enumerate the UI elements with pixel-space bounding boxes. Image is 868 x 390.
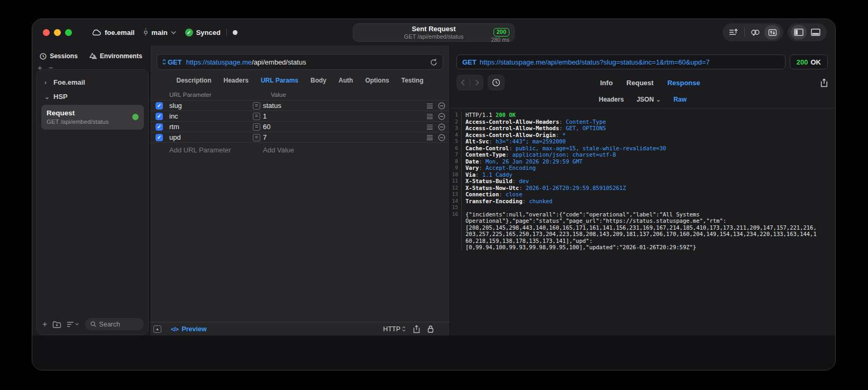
close-window-button[interactable] [43,29,50,36]
new-folder-button[interactable] [52,321,61,328]
equals-icon: = [253,113,260,120]
remove-param-button[interactable] [438,113,445,120]
param-row-actions [426,113,445,120]
sync-label: Synced [196,29,221,37]
param-name-field[interactable]: rtm [169,123,253,131]
response-code-view: 1HTTP/1.1 200 OK2Access-Control-Allow-He… [450,108,835,335]
remove-param-button[interactable] [438,123,445,131]
response-code-line: 16{"incidents":null,"overall":{"code":"o… [450,211,835,218]
share-request-button[interactable] [413,325,420,333]
status-dot[interactable] [233,30,237,35]
history-back-button[interactable] [461,79,465,86]
tree-item-foe-email[interactable]: › Foe.email [40,75,145,89]
tab-request[interactable]: Request [626,79,653,87]
add-param-value-field[interactable]: Add Value [263,146,294,154]
tree-item-label: HSP [53,93,68,101]
response-code-line: 11X-Status-Build: dev [450,178,835,185]
param-value-field[interactable]: status [263,102,426,110]
drag-handle-icon[interactable] [426,124,433,130]
subtab-json[interactable]: JSON⌄ [636,96,661,103]
link-button[interactable] [747,25,763,40]
tab-options[interactable]: Options [365,77,389,84]
response-code-line: 7Content-Type: application/json; charset… [450,151,835,158]
add-param-name-field[interactable]: Add URL Parameter [169,146,263,154]
minimize-window-button[interactable] [54,29,61,36]
param-value-field[interactable]: 60 [263,123,426,131]
search-input[interactable]: Search [85,318,144,330]
tab-headers[interactable]: Headers [224,77,249,84]
transfers-button[interactable] [764,25,780,40]
param-checkbox[interactable]: ✓ [156,123,163,131]
tab-environments[interactable]: Environments [89,52,142,60]
request-queue-button[interactable] [726,25,742,40]
tab-body[interactable]: Body [310,77,326,84]
column-header-value: Value [271,92,286,98]
sent-request-pill[interactable]: Sent Request GET /api/embed/status 200 2… [353,23,515,42]
tab-info[interactable]: Info [600,79,613,87]
code-text: Operational"},"page":"status","page_url"… [462,217,726,224]
branch-chip[interactable]: main [143,28,176,37]
lock-icon[interactable] [427,325,434,333]
line-number: 12 [450,185,462,192]
param-name-field[interactable]: slug [169,102,253,110]
drag-handle-icon[interactable] [426,103,433,108]
resend-request-button[interactable] [430,58,437,66]
param-checkbox[interactable]: ✓ [156,113,163,120]
zoom-window-button[interactable] [65,29,72,36]
code-text: [208,205,145,298,443,140,160,165,171,161… [462,224,817,231]
code-text: Alt-Svc: h3=":443"; ma=2592000 [462,138,566,145]
response-code-line: 15 [450,204,835,211]
param-checkbox[interactable]: ✓ [156,134,163,141]
tree-item-hsp[interactable]: ⌄ HSP [40,89,145,104]
preview-button[interactable]: </> Preview [171,325,207,333]
toggle-bottom-panel-button[interactable] [808,25,824,40]
param-checkbox[interactable]: ✓ [156,102,163,110]
subtab-raw[interactable]: Raw [673,96,687,103]
response-code-line: 10Via: 1.1 Caddy [450,171,835,178]
response-code-line: 13Connection: close [450,191,835,198]
line-number [450,224,462,231]
param-row: ✓slug=status [150,101,450,111]
subtab-headers[interactable]: Headers [599,96,624,103]
collapse-panel-button[interactable]: ▲ [153,325,161,333]
param-row-actions [426,134,445,141]
request-url-field[interactable]: GET https://statuspage.me/api/embed/stat… [157,54,443,70]
add-request-button[interactable]: + [42,320,47,329]
export-response-button[interactable] [820,78,828,87]
param-value-field[interactable]: 7 [263,133,426,141]
response-code-line: 14Transfer-Encoding: chunked [450,198,835,205]
sync-status-chip[interactable]: ✓ Synced [185,29,221,37]
code-text: Cache-Control: public, max-age=15, stale… [462,145,666,152]
request-method: GET [168,58,182,66]
drag-handle-icon[interactable] [426,114,433,119]
param-name-field[interactable]: upd [169,133,253,141]
protocol-selector[interactable]: HTTP [383,325,406,333]
response-subtabs: HeadersJSON⌄Raw [450,90,835,108]
param-value-field[interactable]: 1 [263,112,426,120]
tab-auth[interactable]: Auth [339,77,353,84]
request-list-item-selected[interactable]: Request GET /api/embed/status [41,105,144,130]
response-method: GET [462,58,477,66]
remove-param-button[interactable] [438,134,445,141]
history-forward-button[interactable] [475,79,479,86]
tab-description[interactable]: Description [177,77,212,84]
preview-label: Preview [181,325,206,333]
history-clock-button[interactable] [488,75,505,90]
sidebar: Sessions Environments + − › Foe.email [32,46,150,335]
param-name-field[interactable]: inc [169,112,253,120]
tab-sessions[interactable]: Sessions [40,52,78,60]
chevron-right-icon: › [44,79,50,86]
tab-testing[interactable]: Testing [401,77,424,84]
remove-param-button[interactable] [438,102,445,110]
toggle-sidebar-button[interactable] [791,25,807,40]
response-tabs: InfoRequestResponse [600,79,700,87]
tab-response[interactable]: Response [668,79,700,87]
subtab-label: Raw [673,96,687,103]
window-controls [43,29,72,36]
drag-handle-icon[interactable] [426,135,433,140]
tab-url-params[interactable]: URL Params [261,77,298,84]
code-text: 60,218,159,138,178,135,173,141],"upd": [462,238,592,244]
sort-list-button[interactable] [67,321,79,328]
project-chip[interactable]: foe.email [91,29,134,37]
titlebar: foe.email main ✓ Synced Sent Request [32,19,835,46]
